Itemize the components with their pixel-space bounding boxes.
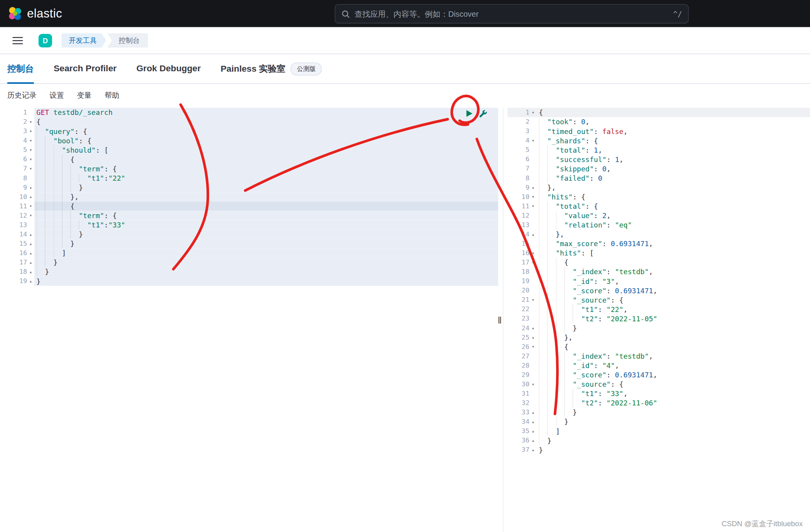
fold-close-icon[interactable]: ▴: [27, 258, 35, 267]
global-search-bar[interactable]: ^/: [335, 4, 689, 23]
response-line-5[interactable]: 5"total": 1,: [507, 145, 810, 155]
response-line-2[interactable]: 2"took": 0,: [507, 117, 810, 127]
response-line-32[interactable]: 32"t2": "2022-11-06": [507, 398, 810, 408]
response-line-11[interactable]: 11▾"total": {: [507, 201, 810, 211]
fold-open-icon[interactable]: ▾: [27, 155, 35, 164]
response-line-19[interactable]: 19"_id": "3",: [507, 277, 810, 286]
request-line-6[interactable]: 6▾{: [0, 155, 498, 164]
request-line-14[interactable]: 14▴}: [0, 230, 498, 239]
history-button[interactable]: 历史记录: [7, 91, 37, 100]
fold-open-icon[interactable]: ▾: [27, 127, 35, 136]
fold-open-icon[interactable]: ▾: [27, 211, 35, 220]
variables-button[interactable]: 变量: [77, 91, 92, 100]
fold-open-icon[interactable]: ▾: [529, 342, 537, 351]
fold-close-icon[interactable]: ▴: [27, 183, 35, 192]
fold-open-icon[interactable]: ▾: [529, 379, 537, 389]
response-line-31[interactable]: 31"t1": "33",: [507, 389, 810, 398]
fold-close-icon[interactable]: ▴: [27, 192, 35, 201]
fold-open-icon[interactable]: ▾: [529, 295, 537, 305]
request-line-4[interactable]: 4▾"bool": {: [0, 136, 498, 145]
response-line-1[interactable]: 1▾{: [507, 108, 810, 117]
fold-open-icon[interactable]: ▾: [529, 136, 537, 145]
fold-close-icon[interactable]: ▴: [529, 408, 537, 417]
fold-close-icon[interactable]: ▴: [529, 436, 537, 445]
request-line-2[interactable]: 2▾{: [0, 117, 498, 127]
request-line-8[interactable]: 8"t1":"22": [0, 173, 498, 183]
request-options-button[interactable]: [478, 109, 487, 118]
response-line-24[interactable]: 24▴}: [507, 323, 810, 333]
fold-close-icon[interactable]: ▴: [27, 277, 35, 286]
fold-open-icon[interactable]: ▾: [529, 192, 537, 201]
request-line-1[interactable]: 1GET testdb/_search: [0, 108, 498, 117]
send-request-button[interactable]: [465, 109, 474, 118]
response-line-17[interactable]: 17▾{: [507, 258, 810, 267]
space-avatar[interactable]: D: [39, 33, 52, 47]
request-line-7[interactable]: 7▾"term": {: [0, 164, 498, 173]
response-line-27[interactable]: 27"_index": "testdb",: [507, 351, 810, 361]
request-line-13[interactable]: 13"t1":"33": [0, 220, 498, 229]
response-line-4[interactable]: 4▾"_shards": {: [507, 136, 810, 145]
response-line-18[interactable]: 18"_index": "testdb",: [507, 267, 810, 277]
tab-console[interactable]: 控制台: [7, 54, 34, 83]
response-line-6[interactable]: 6"successful": 1,: [507, 155, 810, 164]
fold-open-icon[interactable]: ▾: [529, 248, 537, 258]
request-line-18[interactable]: 18▴}: [0, 267, 498, 277]
fold-close-icon[interactable]: ▴: [27, 248, 35, 258]
global-search-input[interactable]: [354, 9, 668, 18]
fold-close-icon[interactable]: ▴: [529, 417, 537, 426]
help-button[interactable]: 帮助: [105, 91, 119, 100]
fold-open-icon[interactable]: ▾: [27, 201, 35, 211]
tab-grok-debugger[interactable]: Grok Debugger: [136, 54, 201, 83]
request-line-3[interactable]: 3▾"query": {: [0, 127, 498, 136]
response-line-12[interactable]: 12"value": 2,: [507, 211, 810, 220]
tab-search-profiler[interactable]: Search Profiler: [54, 54, 117, 83]
response-line-14[interactable]: 14▴},: [507, 230, 810, 239]
response-line-16[interactable]: 16▾"hits": [: [507, 248, 810, 258]
request-line-9[interactable]: 9▴}: [0, 183, 498, 192]
response-line-13[interactable]: 13"relation": "eq": [507, 220, 810, 229]
fold-open-icon[interactable]: ▾: [27, 117, 35, 127]
fold-close-icon[interactable]: ▴: [529, 183, 537, 192]
fold-open-icon[interactable]: ▾: [529, 201, 537, 211]
tab-painless-lab[interactable]: Painless 实验室 公测版: [220, 54, 322, 83]
fold-open-icon[interactable]: ▾: [529, 258, 537, 267]
fold-open-icon[interactable]: ▾: [27, 145, 35, 155]
breadcrumb-dev-tools[interactable]: 开发工具: [62, 33, 106, 48]
request-line-19[interactable]: 19▴}: [0, 277, 498, 286]
fold-open-icon[interactable]: ▾: [27, 136, 35, 145]
response-line-28[interactable]: 28"_id": "4",: [507, 361, 810, 370]
response-line-9[interactable]: 9▴},: [507, 183, 810, 192]
response-line-7[interactable]: 7"skipped": 0,: [507, 164, 810, 173]
fold-open-icon[interactable]: ▾: [27, 164, 35, 173]
request-line-10[interactable]: 10▴},: [0, 192, 498, 201]
request-editor[interactable]: 1GET testdb/_search2▾{3▾"query": {4▾"boo…: [0, 108, 498, 532]
response-line-8[interactable]: 8"failed": 0: [507, 173, 810, 183]
response-line-15[interactable]: 15"max_score": 0.6931471,: [507, 239, 810, 248]
fold-close-icon[interactable]: ▴: [529, 230, 537, 239]
response-line-22[interactable]: 22"t1": "22",: [507, 305, 810, 314]
request-line-5[interactable]: 5▾"should": [: [0, 145, 498, 155]
fold-close-icon[interactable]: ▴: [27, 230, 35, 239]
breadcrumb-console[interactable]: 控制台: [107, 33, 148, 48]
fold-close-icon[interactable]: ▴: [529, 445, 537, 454]
response-line-33[interactable]: 33▴}: [507, 408, 810, 417]
response-line-30[interactable]: 30▾"_source": {: [507, 379, 810, 389]
response-line-34[interactable]: 34▴}: [507, 417, 810, 426]
response-line-3[interactable]: 3"timed_out": false,: [507, 127, 810, 136]
response-line-21[interactable]: 21▾"_source": {: [507, 295, 810, 305]
response-line-37[interactable]: 37▴}: [507, 445, 810, 454]
menu-icon[interactable]: [9, 32, 26, 49]
response-line-35[interactable]: 35▴]: [507, 426, 810, 436]
fold-close-icon[interactable]: ▴: [529, 426, 537, 436]
fold-close-icon[interactable]: ▴: [529, 323, 537, 333]
elastic-home-link[interactable]: elastic: [8, 7, 62, 21]
request-line-17[interactable]: 17▴}: [0, 258, 498, 267]
response-line-25[interactable]: 25▴},: [507, 333, 810, 342]
fold-open-icon[interactable]: ▾: [529, 108, 537, 117]
panel-resize-handle[interactable]: ‖: [498, 316, 502, 324]
request-line-16[interactable]: 16▴]: [0, 248, 498, 258]
fold-close-icon[interactable]: ▴: [27, 239, 35, 248]
response-line-29[interactable]: 29"_score": 0.6931471,: [507, 370, 810, 379]
fold-close-icon[interactable]: ▴: [529, 333, 537, 342]
response-line-23[interactable]: 23"t2": "2022-11-05": [507, 314, 810, 323]
